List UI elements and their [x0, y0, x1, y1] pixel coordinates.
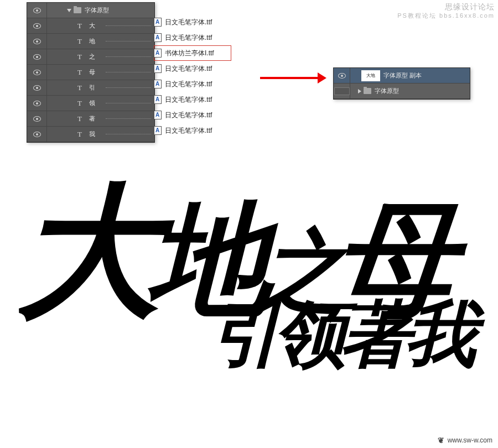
layer-row[interactable]: T 引	[27, 80, 154, 96]
eye-icon	[33, 101, 41, 106]
watermark-line2: PS教程论坛 bbs.16xx8.com	[397, 11, 495, 20]
layer-name: 领	[89, 99, 106, 107]
layer-row[interactable]: T 我	[27, 127, 154, 142]
source-layers-panel: 字体原型 T 大 T 地 T 之 T 母 T 引 T 领	[27, 2, 155, 143]
layer-row[interactable]: T 母	[27, 65, 154, 80]
layer-row-smart-object[interactable]: 大地 字体原型 副本	[334, 68, 470, 84]
font-file-name: 日文毛笔字体.ttf	[165, 64, 212, 74]
watermark-line1: 思缘设计论坛	[397, 2, 495, 11]
layer-row-dots	[106, 87, 151, 88]
layer-row-dots	[106, 41, 151, 41]
eye-icon	[33, 132, 41, 137]
watermark-bottom-right: ❦ www.sw-w.com	[438, 436, 492, 445]
font-file-name: 日文毛笔字体.ttf	[165, 126, 212, 136]
visibility-toggle[interactable]	[27, 34, 47, 49]
layer-name: 之	[89, 53, 106, 61]
layer-row-dots	[106, 118, 151, 119]
layer-row-dots	[106, 134, 151, 134]
eye-icon	[33, 70, 41, 75]
font-file-icon	[154, 18, 162, 27]
visibility-toggle[interactable]	[27, 3, 47, 18]
font-file-icon	[154, 95, 162, 104]
layer-group-row[interactable]: 字体原型	[334, 84, 470, 99]
font-file-icon	[154, 126, 162, 135]
font-file-icon	[154, 49, 162, 58]
eye-icon	[33, 116, 41, 122]
font-file-icon	[154, 64, 162, 73]
text-layer-icon: T	[76, 99, 84, 108]
font-file-item[interactable]: 日文毛笔字体.ttf	[154, 92, 231, 107]
font-file-item[interactable]: 日文毛笔字体.ttf	[154, 76, 231, 92]
font-file-list: 日文毛笔字体.ttf 日文毛笔字体.ttf 书体坊兰亭体I.ttf 日文毛笔字体…	[154, 14, 231, 138]
text-layer-icon: T	[76, 22, 84, 30]
layer-name: 母	[89, 68, 106, 76]
calligraphy-artwork: 大地之母 引领著我	[17, 188, 492, 384]
result-layers-panel: 大地 字体原型 副本 字体原型	[333, 67, 470, 100]
layer-name: 引	[89, 84, 106, 92]
visibility-toggle[interactable]	[27, 127, 47, 142]
text-layer-icon: T	[76, 84, 84, 92]
group-name: 字体原型	[85, 6, 109, 14]
watermark-logo-icon: ❦	[438, 436, 444, 445]
visibility-toggle[interactable]	[334, 68, 350, 83]
watermark-url: www.sw-w.com	[448, 436, 492, 444]
font-file-name: 日文毛笔字体.ttf	[165, 95, 212, 105]
font-file-item[interactable]: 日文毛笔字体.ttf	[154, 14, 231, 30]
layer-name: 地	[89, 37, 106, 45]
layer-group-row[interactable]: 字体原型	[27, 3, 154, 18]
layer-row-dots	[106, 72, 151, 72]
font-file-icon	[154, 111, 162, 119]
visibility-toggle[interactable]	[27, 111, 47, 126]
font-file-item-selected[interactable]: 书体坊兰亭体I.ttf	[154, 45, 231, 61]
font-file-name: 日文毛笔字体.ttf	[165, 33, 212, 43]
font-file-icon	[154, 80, 162, 88]
text-layer-icon: T	[76, 68, 84, 77]
text-layer-icon: T	[76, 130, 84, 139]
layer-name: 我	[89, 130, 106, 138]
visibility-empty-icon	[334, 87, 350, 95]
text-layer-icon: T	[76, 114, 84, 123]
visibility-toggle[interactable]	[27, 80, 47, 95]
layer-row[interactable]: T 地	[27, 34, 154, 49]
visibility-toggle[interactable]	[334, 84, 350, 98]
layer-thumbnail: 大地	[361, 70, 380, 81]
eye-icon	[33, 85, 41, 91]
text-layer-icon: T	[76, 53, 84, 61]
font-file-name: 日文毛笔字体.ttf	[165, 111, 212, 120]
eye-icon	[33, 23, 41, 29]
layer-row[interactable]: T 之	[27, 49, 154, 65]
layer-name: 大	[89, 22, 106, 30]
layer-row[interactable]: T 大	[27, 18, 154, 34]
eye-icon	[33, 8, 41, 13]
font-file-item[interactable]: 日文毛笔字体.ttf	[154, 123, 231, 138]
layer-row[interactable]: T 著	[27, 111, 154, 127]
folder-open-icon	[74, 7, 81, 13]
visibility-toggle[interactable]	[27, 65, 47, 80]
layer-name: 著	[89, 114, 106, 123]
font-file-name: 书体坊兰亭体I.ttf	[165, 49, 214, 58]
visibility-toggle[interactable]	[27, 49, 47, 64]
layer-row-dots	[106, 103, 151, 103]
layer-name: 字体原型 副本	[383, 71, 422, 80]
layer-row-dots	[106, 56, 151, 57]
font-file-name: 日文毛笔字体.ttf	[165, 18, 212, 27]
chevron-down-icon[interactable]	[67, 9, 71, 12]
font-file-item[interactable]: 日文毛笔字体.ttf	[154, 61, 231, 76]
layer-row[interactable]: T 领	[27, 96, 154, 111]
eye-icon	[338, 73, 346, 79]
folder-icon	[364, 88, 371, 94]
visibility-toggle[interactable]	[27, 96, 47, 111]
arrow-icon	[260, 70, 326, 86]
font-file-item[interactable]: 日文毛笔字体.ttf	[154, 107, 231, 123]
font-file-name: 日文毛笔字体.ttf	[165, 80, 212, 89]
layer-row-dots	[106, 25, 151, 26]
eye-icon	[33, 54, 41, 60]
text-layer-icon: T	[76, 37, 84, 46]
font-file-icon	[154, 33, 162, 42]
watermark-top-right: 思缘设计论坛 PS教程论坛 bbs.16xx8.com	[397, 2, 495, 20]
chevron-right-icon[interactable]	[358, 89, 361, 93]
layer-name: 字体原型	[375, 87, 399, 95]
eye-icon	[33, 39, 41, 44]
font-file-item[interactable]: 日文毛笔字体.ttf	[154, 30, 231, 45]
visibility-toggle[interactable]	[27, 18, 47, 33]
